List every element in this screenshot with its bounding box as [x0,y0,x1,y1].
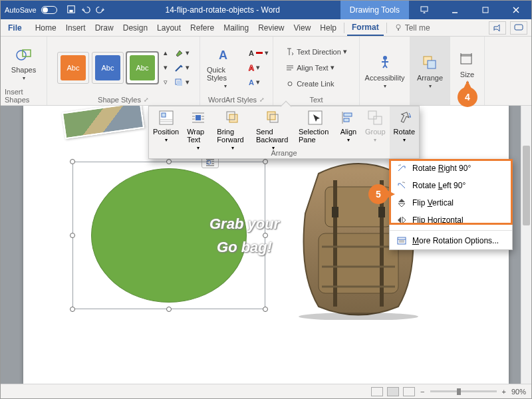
tab-file[interactable]: File [3,19,27,36]
decorative-text: Grab yourGo bag! [209,212,279,259]
zoom-slider[interactable] [430,390,497,392]
tab-draw[interactable]: Draw [90,19,118,36]
svg-rect-4 [483,7,488,13]
rotate-right-90[interactable]: Rotate Right 90° [390,160,512,177]
vertical-scrollbar[interactable] [521,106,531,384]
rotate-left-90[interactable]: Rotate Left 90° [390,177,512,194]
svg-rect-29 [162,113,166,117]
group-label-text: Text [309,96,323,104]
svg-rect-35 [267,112,275,120]
tab-format[interactable]: Format [347,19,384,36]
tab-home[interactable]: Home [31,19,61,36]
share-button[interactable] [489,21,506,35]
svg-rect-1 [69,9,72,12]
lightbulb-icon [394,24,402,32]
save-icon[interactable] [66,5,76,16]
tab-layout[interactable]: Layout [152,19,186,36]
bring-forward-button[interactable]: Bring Forward▾ [213,106,252,158]
autosave-label: AutoSave [5,6,37,14]
flip-horizontal-icon [396,215,407,225]
text-effects-button[interactable]: A▾ [249,76,269,89]
wrap-text-button[interactable]: Wrap Text▾ [183,106,213,158]
svg-rect-7 [515,25,523,30]
svg-point-8 [17,51,26,60]
group-label-insert-shapes: Insert Shapes [5,88,43,104]
accessibility-button[interactable]: Accessibility▾ [362,53,408,90]
svg-rect-6 [398,29,399,31]
shape-styles-launcher[interactable]: ⤢ [144,96,149,103]
svg-point-27 [299,313,418,320]
svg-point-5 [396,25,400,29]
svg-rect-33 [229,114,237,122]
ribbon-tabs: File Home Insert Draw Design Layout Refe… [1,19,531,37]
shape-style-3[interactable]: Abc [126,52,158,84]
wordart-launcher[interactable]: ⤢ [259,96,265,103]
align-text-button[interactable]: Align Text▾ [285,61,347,74]
minimize-icon[interactable] [440,1,470,19]
ribbon-options-icon[interactable] [409,1,440,19]
selection-pane-button[interactable]: Selection Pane [295,106,336,158]
rotate-button[interactable]: Rotate▾ [390,106,419,158]
flip-horizontal[interactable]: Flip Horizontal [390,211,512,229]
rotate-right-icon [396,163,407,174]
text-direction-button[interactable]: Text Direction▾ [285,45,347,59]
tab-mailings[interactable]: Mailing [219,19,253,36]
shape-outline-button[interactable]: ▾ [174,61,190,74]
view-buttons[interactable] [371,387,415,396]
group-button: Group▾ [361,106,390,158]
svg-point-16 [383,56,387,60]
shape-fill-button[interactable]: ▾ [174,47,190,60]
ribbon: Shapes ▾ Insert Shapes Abc Abc Abc ▴ ▾ ▿… [1,37,531,106]
close-icon[interactable] [501,1,531,19]
group-label-shape-styles: Shape Styles [98,96,141,104]
more-rotation-options[interactable]: More Rotation Options... [390,232,512,249]
tab-insert[interactable]: Insert [61,19,90,36]
shapes-button[interactable]: Shapes ▾ [9,45,39,82]
gallery-more-icon[interactable]: ▿ [164,76,168,89]
flip-vertical[interactable]: Flip Vertical [390,194,512,211]
svg-rect-32 [196,115,201,120]
flip-vertical-icon [396,198,407,208]
tab-view[interactable]: View [289,19,316,36]
svg-rect-11 [177,80,182,86]
svg-rect-22 [319,233,398,293]
svg-rect-19 [461,56,471,64]
gallery-up-icon[interactable]: ▴ [164,47,168,60]
gallery-down-icon[interactable]: ▾ [164,61,168,74]
comments-button[interactable] [510,21,527,35]
rotate-left-icon [396,180,407,191]
shape-style-2[interactable]: Abc [92,52,124,84]
window-controls [409,1,531,19]
zoom-in[interactable]: + [502,388,506,396]
tab-references[interactable]: Refere [186,19,219,36]
zoom-level[interactable]: 90% [511,388,526,396]
quick-access-toolbar [66,5,105,16]
arrange-group-label: Arrange [271,149,297,157]
dialog-icon [396,235,407,246]
autosave-toggle[interactable] [41,6,57,14]
shape-effects-button[interactable]: ▾ [174,76,190,89]
quick-styles-button[interactable]: A Quick Styles▾ [204,45,246,90]
photo[interactable] [62,106,144,139]
text-outline-button[interactable]: A▾ [249,61,269,74]
drawing-tools-tab[interactable]: Drawing Tools [340,1,409,19]
callout-5: 5 [368,184,388,204]
maximize-icon[interactable] [470,1,501,19]
tab-help[interactable]: Help [315,19,341,36]
arrange-button[interactable]: Arrange▾ [414,53,446,90]
document-title: 14-flip-and-rotate-objects - Word [105,5,340,15]
tab-review[interactable]: Review [253,19,289,36]
undo-icon[interactable] [81,5,90,16]
tell-me[interactable]: Tell me [390,19,435,36]
zoom-out[interactable]: − [420,388,424,396]
shape-style-1[interactable]: Abc [57,52,89,84]
align-button[interactable]: Align▾ [336,106,361,158]
svg-rect-26 [378,207,385,217]
position-button[interactable]: Position▾ [149,106,183,158]
arrange-flyout: Position▾ Wrap Text▾ Bring Forward▾ Send… [148,106,420,159]
redo-icon[interactable] [96,5,105,16]
create-link-button[interactable]: Create Link [285,77,347,90]
tab-design[interactable]: Design [118,19,152,36]
text-fill-button[interactable]: A▾ [249,47,269,60]
svg-rect-25 [332,207,338,217]
